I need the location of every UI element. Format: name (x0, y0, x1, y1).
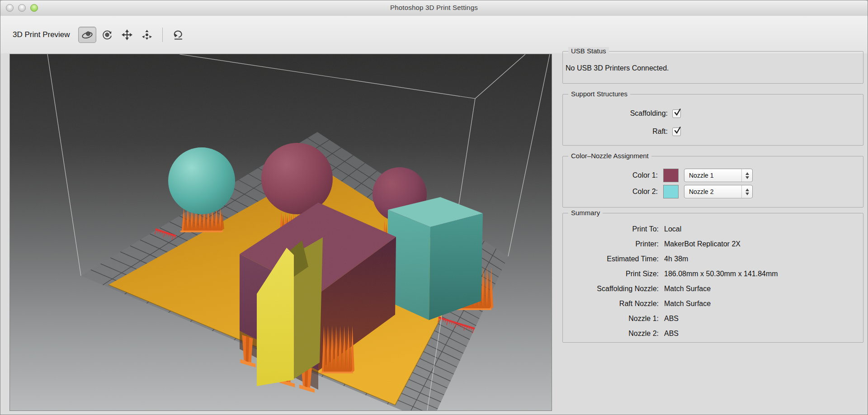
toolbar-label: 3D Print Preview (13, 30, 70, 39)
summary-row: Print Size:186.08mm x 50.30mm x 141.84mm (563, 266, 863, 281)
roll-3d-tool-button[interactable] (98, 27, 116, 43)
stepper-arrows-icon (741, 185, 752, 198)
slide-3d-tool-button[interactable] (138, 27, 156, 43)
3d-print-preview-scene (10, 54, 552, 410)
raft-label: Raft: (563, 127, 668, 136)
print-size-value: 186.08mm x 50.30mm x 141.84mm (664, 270, 863, 278)
rotate-3d-tool-button[interactable] (78, 27, 96, 43)
color-1-row: Color 1: Nozzle 1 (563, 167, 863, 184)
slide-3d-icon (141, 29, 153, 41)
usb-status-groupbox: USB Status No USB 3D Printers Connected. (562, 51, 863, 84)
nozzle-2-value: ABS (664, 330, 863, 338)
support-structures-legend: Support Structures (568, 90, 630, 98)
print-to-label: Print To: (563, 225, 659, 233)
scaffolding-checkbox[interactable] (672, 109, 681, 118)
main-content: USB Status No USB 3D Printers Connected.… (0, 53, 868, 415)
roll-3d-icon (102, 29, 113, 40)
color-1-label: Color 1: (563, 171, 658, 179)
color-1-nozzle-value: Nozzle 1 (684, 172, 741, 179)
printer-label: Printer: (563, 240, 659, 248)
photoshop-3d-print-settings-window: { "window": { "title": "Photoshop 3D Pri… (0, 0, 868, 415)
color-2-label: Color 2: (563, 188, 658, 196)
summary-row: Nozzle 2:ABS (563, 326, 863, 341)
scaffolding-nozzle-value: Match Surface (664, 285, 863, 293)
color-2-nozzle-dropdown[interactable]: Nozzle 2 (684, 185, 753, 198)
summary-row: Nozzle 1:ABS (563, 311, 863, 326)
title-bar: Photoshop 3D Print Settings (0, 0, 868, 16)
color-nozzle-groupbox: Color–Nozzle Assignment Color 1: Nozzle … (562, 156, 863, 208)
estimated-time-label: Estimated Time: (563, 255, 659, 263)
pan-3d-tool-button[interactable] (118, 27, 136, 43)
estimated-time-value: 4h 38m (664, 255, 863, 263)
reset-view-icon (172, 29, 184, 41)
color-1-nozzle-dropdown[interactable]: Nozzle 1 (684, 169, 753, 182)
printer-value: MakerBot Replicator 2X (664, 240, 863, 248)
raft-row: Raft: (563, 123, 863, 141)
toolbar-separator (162, 28, 163, 42)
render-grain-overlay (10, 54, 552, 410)
color-nozzle-legend: Color–Nozzle Assignment (568, 152, 651, 160)
stepper-arrows-icon (741, 169, 752, 182)
toolbar: 3D Print Preview (0, 16, 868, 54)
print-size-label: Print Size: (563, 270, 659, 278)
scaffolding-row: Scaffolding: (563, 104, 863, 123)
summary-legend: Summary (568, 209, 603, 217)
reset-view-tool-button[interactable] (169, 27, 187, 43)
summary-groupbox: Summary Print To:Local Printer:MakerBot … (562, 213, 863, 343)
raft-checkbox[interactable] (672, 127, 681, 136)
summary-row: Raft Nozzle:Match Surface (563, 296, 863, 311)
print-to-value: Local (664, 225, 863, 233)
3d-preview-viewport[interactable] (9, 54, 552, 411)
scaffolding-nozzle-label: Scaffolding Nozzle: (563, 285, 659, 293)
window-title: Photoshop 3D Print Settings (0, 4, 868, 11)
color-2-row: Color 2: Nozzle 2 (563, 184, 863, 200)
pan-3d-icon (121, 29, 133, 41)
color-1-swatch[interactable] (663, 169, 679, 182)
usb-status-message: No USB 3D Printers Connected. (566, 64, 669, 72)
support-structures-groupbox: Support Structures Scaffolding: Raft: (562, 94, 863, 146)
nozzle-1-label: Nozzle 1: (563, 315, 659, 323)
summary-row: Print To:Local (563, 222, 863, 236)
summary-row: Scaffolding Nozzle:Match Surface (563, 281, 863, 296)
summary-row: Printer:MakerBot Replicator 2X (563, 236, 863, 251)
summary-row: Estimated Time:4h 38m (563, 251, 863, 266)
nozzle-1-value: ABS (664, 315, 863, 323)
rotate-3d-icon (81, 29, 93, 40)
color-2-swatch[interactable] (663, 185, 679, 198)
nozzle-2-label: Nozzle 2: (563, 330, 659, 338)
color-2-nozzle-value: Nozzle 2 (684, 188, 741, 195)
scaffolding-label: Scaffolding: (563, 109, 668, 118)
raft-nozzle-value: Match Surface (664, 300, 863, 308)
raft-nozzle-label: Raft Nozzle: (563, 300, 659, 308)
usb-status-legend: USB Status (568, 47, 609, 55)
